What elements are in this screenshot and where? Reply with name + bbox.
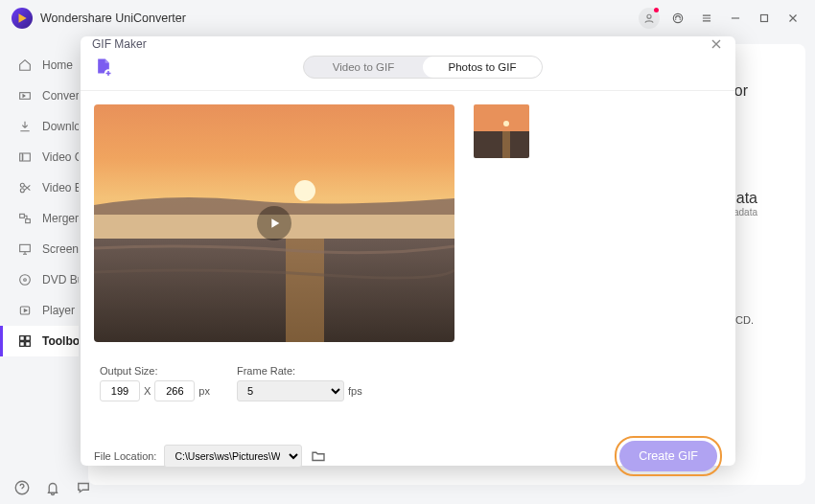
mode-segment: Video to GIF Photos to GIF (303, 56, 543, 79)
sidebar-item-label: Downloader (42, 120, 79, 133)
svg-rect-26 (474, 131, 529, 158)
modal-title: GIF Maker (92, 37, 147, 51)
svg-point-0 (647, 14, 651, 18)
svg-point-5 (20, 183, 24, 187)
sidebar-item-player[interactable]: Player (0, 295, 79, 326)
svg-rect-23 (286, 239, 324, 342)
fps-unit: fps (348, 385, 362, 397)
sidebar-item-editor[interactable]: Video Editor (0, 172, 79, 203)
sidebar-item-compressor[interactable]: Video Compressor (0, 142, 79, 172)
svg-point-1 (673, 13, 682, 22)
output-width-input[interactable] (100, 380, 140, 401)
titlebar: Wondershare UniConverter (0, 0, 815, 36)
close-icon[interactable] (782, 8, 803, 29)
svg-rect-8 (26, 219, 31, 223)
app-logo-icon (12, 8, 33, 29)
sidebar-item-home[interactable]: Home (0, 50, 79, 80)
sidebar-item-converter[interactable]: Converter (0, 80, 79, 111)
svg-rect-9 (20, 244, 31, 251)
tab-photos-to-gif[interactable]: Photos to GIF (423, 57, 542, 78)
sidebar-item-label: DVD Burner (42, 273, 79, 286)
svg-point-20 (294, 180, 315, 201)
x-separator: X (144, 385, 151, 397)
px-unit: px (198, 385, 210, 397)
sidebar-item-label: Screen Recorder (42, 242, 79, 256)
sidebar: Home Converter Downloader Video Compress… (0, 36, 79, 504)
svg-rect-22 (94, 239, 454, 342)
sidebar-item-recorder[interactable]: Screen Recorder (0, 234, 79, 264)
modal-close-icon[interactable] (709, 36, 724, 52)
help-icon[interactable] (13, 479, 31, 496)
sidebar-item-label: Merger (42, 212, 79, 225)
support-icon[interactable] (667, 8, 688, 29)
frame-rate-select[interactable]: 5 (237, 380, 344, 401)
open-folder-icon[interactable] (310, 447, 327, 465)
svg-rect-27 (502, 131, 510, 158)
create-gif-highlight: Create GIF (615, 436, 722, 476)
notification-dot (654, 8, 659, 12)
svg-rect-2 (761, 15, 768, 22)
svg-point-10 (20, 275, 31, 286)
sidebar-item-dvd[interactable]: DVD Burner (0, 264, 79, 295)
preview-area[interactable] (94, 104, 454, 342)
svg-point-25 (503, 121, 509, 126)
svg-rect-24 (474, 104, 529, 133)
svg-point-11 (24, 279, 27, 282)
play-icon[interactable] (257, 206, 291, 241)
app-title: Wondershare UniConverter (40, 11, 186, 25)
create-gif-button[interactable]: Create GIF (619, 441, 717, 471)
sidebar-item-merger[interactable]: Merger (0, 203, 79, 234)
svg-rect-4 (20, 153, 31, 161)
svg-rect-15 (20, 342, 25, 347)
app-logo-wrap: Wondershare UniConverter (12, 8, 186, 29)
maximize-icon[interactable] (754, 8, 775, 29)
sidebar-item-label: Converter (42, 89, 79, 103)
sidebar-item-label: Video Compressor (42, 150, 79, 164)
account-icon[interactable] (639, 8, 660, 29)
gif-maker-modal: GIF Maker Video to GIF Photos to GIF (81, 36, 735, 466)
output-height-input[interactable] (154, 380, 195, 401)
minimize-icon[interactable] (725, 8, 746, 29)
svg-rect-14 (26, 336, 31, 341)
bell-icon[interactable] (44, 479, 61, 496)
output-size-label: Output Size: (100, 365, 229, 377)
sidebar-item-label: Toolbox (42, 334, 79, 348)
bg-text: CD. (735, 314, 754, 326)
add-file-icon[interactable] (94, 57, 113, 78)
file-location-select[interactable]: C:\Users\ws\Pictures\Wondershare (164, 445, 302, 468)
sidebar-item-label: Player (42, 304, 75, 317)
thumbnail-item[interactable] (474, 104, 529, 158)
sidebar-item-downloader[interactable]: Downloader (0, 111, 79, 142)
file-location-label: File Location: (94, 450, 156, 462)
frame-rate-label: Frame Rate: (237, 365, 382, 377)
menu-icon[interactable] (696, 8, 717, 29)
svg-rect-13 (20, 336, 25, 341)
sidebar-item-label: Home (42, 58, 73, 72)
svg-rect-7 (20, 214, 25, 218)
svg-rect-16 (26, 342, 31, 347)
sidebar-item-label: Video Editor (42, 181, 79, 195)
tab-video-to-gif[interactable]: Video to GIF (304, 57, 423, 78)
sidebar-item-toolbox[interactable]: Toolbox (0, 326, 79, 356)
svg-point-6 (20, 189, 24, 193)
